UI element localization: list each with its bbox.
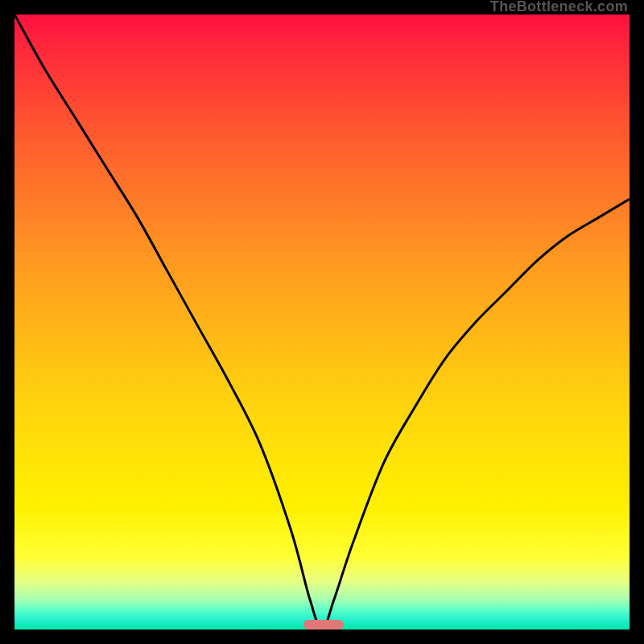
bottleneck-curve xyxy=(14,14,630,630)
attribution-text: TheBottleneck.com xyxy=(490,0,628,14)
plot-area xyxy=(14,14,630,630)
border-right xyxy=(630,0,644,644)
border-left xyxy=(0,0,14,644)
optimal-marker xyxy=(303,620,344,630)
border-bottom xyxy=(0,630,644,644)
